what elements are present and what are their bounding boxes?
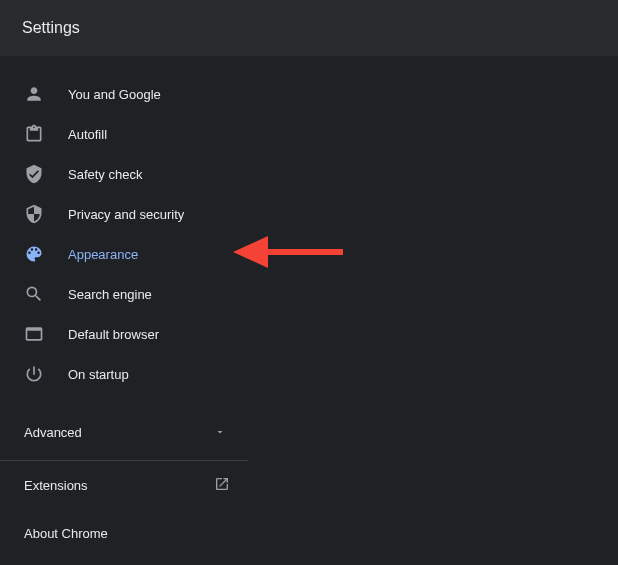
sidebar-item-label: Privacy and security [68, 207, 184, 222]
advanced-toggle[interactable]: Advanced [0, 404, 248, 460]
sidebar-item-search-engine[interactable]: Search engine [0, 274, 248, 314]
search-icon [24, 284, 44, 304]
power-icon [24, 364, 44, 384]
sidebar-item-label: Default browser [68, 327, 159, 342]
palette-icon [24, 244, 44, 264]
sidebar-item-default-browser[interactable]: Default browser [0, 314, 248, 354]
browser-icon [24, 324, 44, 344]
sidebar: You and Google Autofill Safety check Pri… [0, 56, 248, 557]
chevron-down-icon [210, 422, 230, 442]
sidebar-item-safety-check[interactable]: Safety check [0, 154, 248, 194]
sidebar-item-privacy-security[interactable]: Privacy and security [0, 194, 248, 234]
sidebar-item-label: You and Google [68, 87, 161, 102]
clipboard-icon [24, 124, 44, 144]
sidebar-item-appearance[interactable]: Appearance [0, 234, 248, 274]
page-title: Settings [22, 19, 80, 37]
extensions-label: Extensions [24, 478, 88, 493]
shield-icon [24, 204, 44, 224]
advanced-label: Advanced [24, 425, 82, 440]
about-label: About Chrome [24, 526, 108, 541]
person-icon [24, 84, 44, 104]
sidebar-item-label: Search engine [68, 287, 152, 302]
header: Settings [0, 0, 618, 56]
shield-check-icon [24, 164, 44, 184]
sidebar-item-about-chrome[interactable]: About Chrome [0, 509, 248, 557]
sidebar-item-label: Safety check [68, 167, 142, 182]
sidebar-item-label: Appearance [68, 247, 138, 262]
sidebar-item-extensions[interactable]: Extensions [0, 461, 248, 509]
open-in-new-icon [214, 476, 230, 495]
sidebar-item-label: On startup [68, 367, 129, 382]
sidebar-item-autofill[interactable]: Autofill [0, 114, 248, 154]
sidebar-item-label: Autofill [68, 127, 107, 142]
sidebar-item-on-startup[interactable]: On startup [0, 354, 248, 394]
sidebar-item-you-and-google[interactable]: You and Google [0, 74, 248, 114]
